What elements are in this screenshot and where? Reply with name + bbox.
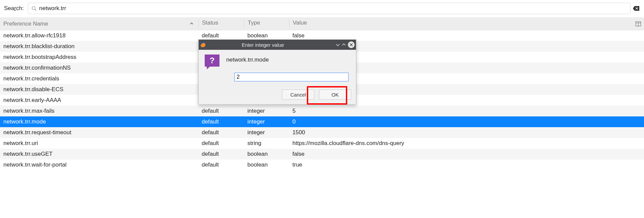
table-row[interactable]: network.trr.uridefaultstringhttps://mozi… xyxy=(0,138,644,149)
cell-value: 0 xyxy=(289,118,633,125)
cell-type: string xyxy=(244,140,289,147)
dialog-body: ? network.trr.mode xyxy=(199,50,356,89)
cell-name: network.trr.wait-for-portal xyxy=(0,161,198,168)
cell-status: default xyxy=(198,140,244,147)
table-row[interactable]: network.trr.max-failsdefaultinteger5 xyxy=(0,106,644,116)
maximize-icon[interactable] xyxy=(341,42,347,47)
cell-value: 5 xyxy=(289,108,633,114)
cell-value: 1500 xyxy=(289,129,633,136)
search-input[interactable] xyxy=(39,5,627,12)
cell-status: default xyxy=(198,118,244,125)
clear-search-icon[interactable] xyxy=(633,5,640,11)
cell-name: network.trr.credentials xyxy=(0,75,198,82)
search-row: Search: xyxy=(0,0,644,17)
enter-value-dialog: Enter integer value ? network.trr.mode C… xyxy=(198,39,356,105)
dialog-titlebar[interactable]: Enter integer value xyxy=(199,40,356,50)
cell-status: default xyxy=(198,108,244,114)
table-row[interactable]: network.trr.useGETdefaultbooleanfalse xyxy=(0,149,644,159)
cell-value: https://mozilla.cloudflare-dns.com/dns-q… xyxy=(289,140,633,147)
cell-value: false xyxy=(289,32,633,39)
column-header-value-label: Value xyxy=(293,20,307,26)
table-row[interactable]: network.trr.modedefaultinteger0 xyxy=(0,116,644,127)
dialog-title: Enter integer value xyxy=(191,42,335,48)
column-picker-icon[interactable] xyxy=(633,22,644,26)
column-header-type[interactable]: Type xyxy=(244,20,289,28)
search-box[interactable] xyxy=(28,3,631,14)
cell-type: integer xyxy=(244,108,289,114)
cell-value: false xyxy=(289,151,633,157)
cell-type: boolean xyxy=(244,161,289,168)
cell-name: network.trr.disable-ECS xyxy=(0,86,198,93)
column-header-status-label: Status xyxy=(202,20,218,26)
dialog-pref-name: network.trr.mode xyxy=(226,54,269,63)
search-icon xyxy=(32,6,37,11)
grid-header: Preference Name Status Type Value xyxy=(0,17,644,30)
dialog-value-input[interactable] xyxy=(234,73,349,81)
cell-type: boolean xyxy=(244,151,289,157)
svg-line-1 xyxy=(35,9,36,10)
ok-button[interactable]: OK xyxy=(319,89,351,100)
cancel-button[interactable]: Cancel xyxy=(282,89,314,100)
sort-indicator-icon xyxy=(190,21,194,27)
search-label-post: ch: xyxy=(16,5,24,11)
column-header-name-label: Preference Name xyxy=(3,21,48,27)
table-row[interactable]: network.trr.wait-for-portaldefaultboolea… xyxy=(0,159,644,170)
cell-name: network.trr.useGET xyxy=(0,151,198,157)
cell-name: network.trr.uri xyxy=(0,140,198,147)
cell-type: integer xyxy=(244,118,289,125)
cell-name: network.trr.blacklist-duration xyxy=(0,43,198,50)
cell-name: network.trr.bootstrapAddress xyxy=(0,54,198,61)
cell-status: default xyxy=(198,32,244,39)
column-header-value[interactable]: Value xyxy=(289,20,633,28)
table-row[interactable]: network.trr.request-timeoutdefaultintege… xyxy=(0,127,644,138)
cell-type: boolean xyxy=(244,32,289,39)
close-icon[interactable] xyxy=(348,41,355,48)
column-header-name[interactable]: Preference Name xyxy=(0,21,198,27)
cell-status: default xyxy=(198,129,244,136)
cell-status: default xyxy=(198,161,244,168)
cell-name: network.trr.max-fails xyxy=(0,108,198,114)
column-header-status[interactable]: Status xyxy=(198,20,244,28)
cell-name: network.trr.mode xyxy=(0,118,198,125)
cell-type: integer xyxy=(244,129,289,136)
column-header-type-label: Type xyxy=(248,20,260,26)
search-label: Search: xyxy=(4,5,24,12)
cell-name: network.trr.request-timeout xyxy=(0,129,198,136)
cell-status: default xyxy=(198,151,244,157)
cell-name: network.trr.allow-rfc1918 xyxy=(0,32,198,39)
rollup-icon[interactable] xyxy=(335,42,340,47)
cell-name: network.trr.early-AAAA xyxy=(0,97,198,104)
svg-point-0 xyxy=(32,6,35,9)
cell-value: true xyxy=(289,161,633,168)
question-icon: ? xyxy=(205,54,219,67)
cell-name: network.trr.confirmationNS xyxy=(0,65,198,71)
search-label-pre: Sea xyxy=(4,5,14,11)
